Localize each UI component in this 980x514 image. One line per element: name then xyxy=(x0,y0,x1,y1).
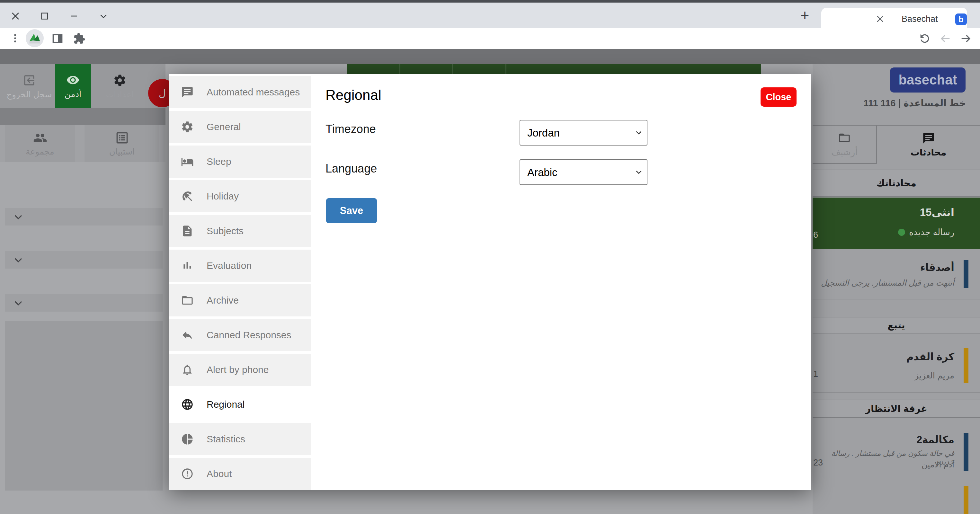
helpline-text: خط المساعدة | 116 111 xyxy=(863,98,966,108)
sidebar-item-statistics[interactable]: Statistics xyxy=(169,423,311,455)
sidebar-item-label: Sleep xyxy=(207,156,231,167)
group-tile-label: مجموعة xyxy=(26,147,54,157)
close-button[interactable]: Close xyxy=(760,88,797,107)
window-maximize-button[interactable] xyxy=(35,6,54,26)
basechat-logo[interactable]: basechat xyxy=(890,67,966,92)
section-header-waiting-room: غرفة الانتظار xyxy=(813,399,980,418)
extensions-puzzle-icon[interactable] xyxy=(73,32,86,45)
window-titlebar: + Basechat b xyxy=(0,3,980,28)
conversation-row[interactable]: مكالمة2 في حالة سكون من قبل مستشار . رسا… xyxy=(813,426,980,479)
sidebar-item-label: General xyxy=(207,121,241,132)
tab-chats-label: محادثات xyxy=(911,147,947,158)
beach-umbrella-icon xyxy=(181,190,194,203)
sidebar-item-label: Holiday xyxy=(207,191,239,202)
new-tab-button[interactable]: + xyxy=(797,7,813,23)
sidebar-item-holiday[interactable]: Holiday xyxy=(169,180,311,212)
logout-label: سجل الخروج xyxy=(6,90,52,100)
list-header-text: محادثاتك xyxy=(876,178,916,189)
settings-sidebar: Automated messages General Sleep Holiday… xyxy=(169,74,311,490)
conversation-active[interactable]: انثى15 رسالة جديدة 6 xyxy=(813,197,980,249)
profile-avatar[interactable] xyxy=(26,29,44,47)
logout-button[interactable]: سجل الخروج xyxy=(5,68,53,105)
conversation-subtitle-2: آدم الامين xyxy=(921,460,954,469)
browser-toolbar: smsloho.basechat.com/BasechatSMS/170_165… xyxy=(0,28,980,49)
folder-icon xyxy=(181,294,194,307)
bell-icon xyxy=(181,363,194,376)
background-divider-band xyxy=(0,108,165,125)
sidebar-item-general[interactable]: General xyxy=(169,111,311,143)
bar-chart-icon xyxy=(181,259,194,272)
sidebar-item-label: Statistics xyxy=(207,434,245,445)
tab-archive-label: أرشيف xyxy=(831,147,858,158)
section-header-follow: يتبع xyxy=(813,317,980,333)
sidebar-item-label: About xyxy=(207,468,232,479)
timezone-select[interactable]: Jordan xyxy=(520,120,648,146)
sidebar-item-about[interactable]: About xyxy=(169,458,311,490)
group-tile[interactable]: مجموعة xyxy=(5,125,75,162)
page-header-strip xyxy=(0,49,980,64)
window-close-button[interactable] xyxy=(6,6,25,26)
conversation-row-partial[interactable] xyxy=(813,484,980,514)
browser-menu-kebab-icon[interactable] xyxy=(10,33,21,44)
gear-icon xyxy=(181,121,194,133)
tab-close-icon[interactable] xyxy=(875,14,885,24)
accordion-row[interactable] xyxy=(5,251,162,269)
window-minimize-button[interactable] xyxy=(64,6,84,26)
tab-favicon: b xyxy=(955,13,967,25)
section-header-text: يتبع xyxy=(888,320,905,331)
browser-tab[interactable]: Basechat b xyxy=(821,8,967,31)
conversation-row[interactable]: أصدقاء أنتهت من قبل المستشار. يرجى التسج… xyxy=(813,253,980,299)
globe-icon xyxy=(181,398,194,411)
sidebar-item-regional[interactable]: Regional xyxy=(169,388,311,420)
forward-arrow-icon xyxy=(939,32,952,45)
conversation-count: 23 xyxy=(813,458,823,468)
survey-tile[interactable]: استبيان xyxy=(84,125,159,162)
sidebar-item-subjects[interactable]: Subjects xyxy=(169,215,311,247)
tab-chats[interactable]: محادثات xyxy=(877,126,980,164)
save-button[interactable]: Save xyxy=(326,198,377,223)
language-select[interactable]: Arabic xyxy=(520,159,648,185)
window-frame-edge xyxy=(0,0,980,3)
bed-icon xyxy=(181,155,194,168)
accent-bar xyxy=(964,260,969,288)
conversation-subtitle: مريم العزيز xyxy=(915,371,954,381)
reload-icon[interactable] xyxy=(918,32,931,45)
sidebar-item-evaluation[interactable]: Evaluation xyxy=(169,250,311,282)
list-header: محادثاتك xyxy=(813,170,980,197)
admin-active-button[interactable]: أدمن xyxy=(55,64,91,108)
accordion-row[interactable] xyxy=(5,208,162,226)
sidebar-item-canned-responses[interactable]: Canned Responses xyxy=(169,319,311,351)
settings-label: اعدادات xyxy=(106,90,134,100)
language-label: Language xyxy=(326,162,377,175)
tab-archive[interactable]: أرشيف xyxy=(813,126,877,164)
sidebar-item-sleep[interactable]: Sleep xyxy=(169,146,311,178)
accordion-row[interactable] xyxy=(5,294,162,312)
language-select-wrap: Arabic xyxy=(520,159,648,185)
back-arrow-icon[interactable] xyxy=(959,32,972,45)
reply-arrow-icon xyxy=(181,329,194,342)
admin-label: أدمن xyxy=(65,89,82,99)
settings-button[interactable]: اعدادات xyxy=(96,68,144,105)
conversation-title: أصدقاء xyxy=(920,261,954,274)
notification-badge-text: ل xyxy=(159,88,166,99)
conversation-count: 1 xyxy=(813,369,818,379)
sidebar-item-archive[interactable]: Archive xyxy=(169,284,311,317)
status-dot-icon xyxy=(898,229,905,236)
sidebar-item-alert-by-phone[interactable]: Alert by phone xyxy=(169,354,311,386)
sidebar-item-label: Regional xyxy=(207,399,245,410)
conversation-row[interactable]: كرة القدم مريم العزيز 1 xyxy=(813,339,980,393)
conversation-header-bar xyxy=(347,64,761,74)
conversation-status: رسالة جديدة xyxy=(898,227,954,237)
background-toolbar: سجل الخروج أدمن اعدادات ل xyxy=(0,64,165,108)
sidebar-item-label: Evaluation xyxy=(207,260,251,271)
side-panel-icon[interactable] xyxy=(51,32,64,45)
sidebar-item-label: Alert by phone xyxy=(207,364,269,375)
chat-bubble-icon xyxy=(181,86,194,99)
window-menu-chevron-icon[interactable] xyxy=(94,6,113,26)
survey-tile-label: استبيان xyxy=(109,147,135,157)
conversation-count: 6 xyxy=(813,230,818,240)
panel-tabs: أرشيف محادثات xyxy=(813,125,980,163)
sidebar-item-label: Automated messages xyxy=(207,87,300,98)
timezone-label: Timezone xyxy=(326,123,376,136)
sidebar-item-automated-messages[interactable]: Automated messages xyxy=(169,76,311,108)
